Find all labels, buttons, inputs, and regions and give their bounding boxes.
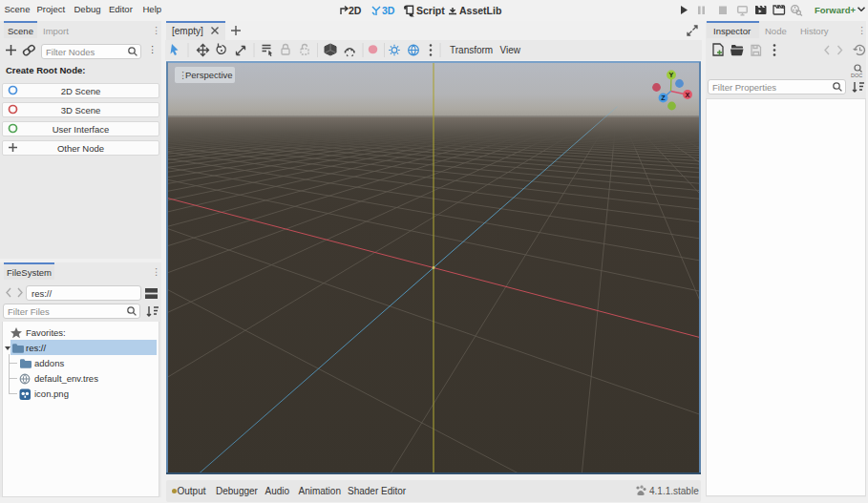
svg-text:Perspective: Perspective (185, 70, 233, 80)
svg-text:Z: Z (661, 94, 666, 102)
svg-text:View: View (500, 45, 521, 55)
svg-text:Y: Y (669, 71, 674, 79)
svg-text:Script: Script (416, 5, 445, 16)
svg-text:X: X (686, 91, 690, 99)
svg-text:Forward+: Forward+ (815, 5, 856, 15)
svg-text:2D: 2D (349, 5, 362, 16)
svg-text:AssetLib: AssetLib (459, 5, 501, 16)
svg-text:Transform: Transform (450, 45, 493, 55)
svg-text:3D: 3D (382, 5, 395, 16)
svg-text:DOC: DOC (851, 73, 862, 78)
